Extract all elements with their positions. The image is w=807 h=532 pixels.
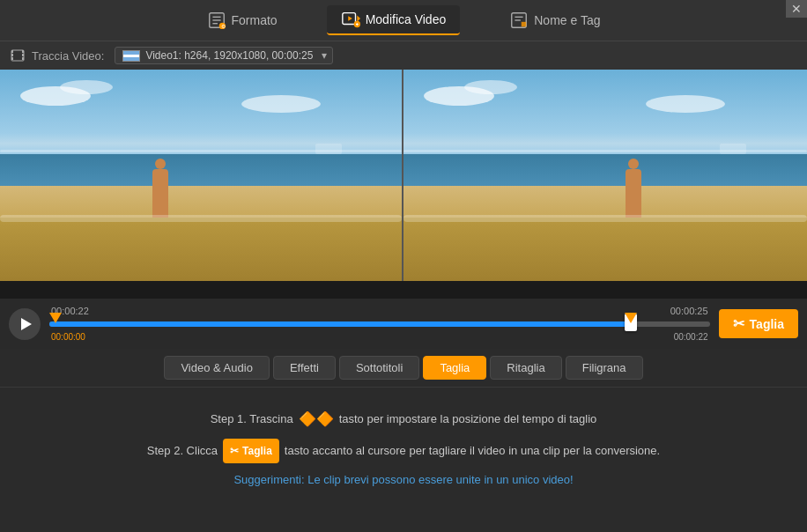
track-video-info: Video1: h264, 1920x1080, 00:00:25 xyxy=(145,49,313,62)
svg-marker-7 xyxy=(357,15,360,21)
tab-modifica-video[interactable]: Modifica Video xyxy=(327,5,461,35)
time-end-label: 00:00:25 xyxy=(670,306,708,316)
subtab-video-audio[interactable]: Video & Audio xyxy=(164,356,269,380)
inline-scissors-icon: ✂ xyxy=(230,440,239,462)
tab-formato[interactable]: ⚙ Formato xyxy=(193,6,292,34)
modifica-video-icon xyxy=(341,10,360,29)
scrubber-fill xyxy=(49,321,631,327)
nome-tag-icon xyxy=(509,11,529,30)
step1-prefix: Step 1. Trascina xyxy=(211,408,293,431)
cut-marker-right-time: 00:00:22 xyxy=(674,332,708,342)
track-bar: Traccia Video: Video1: h264, 1920x1080, … xyxy=(0,41,807,70)
instructions-panel: Step 1. Trascina 🔶🔶 tasto per impostare … xyxy=(0,388,807,509)
cut-marker-left-time: 00:00:00 xyxy=(51,332,85,342)
drag-icons: 🔶🔶 xyxy=(299,405,334,433)
svg-rect-16 xyxy=(11,50,24,61)
close-button[interactable]: ✕ xyxy=(786,0,807,18)
left-cut-marker[interactable] xyxy=(49,313,62,323)
video-track-icon xyxy=(11,48,25,63)
tab-nome-tag-label: Nome e Tag xyxy=(534,13,600,27)
preview-section: Originale Anteprima xyxy=(0,70,807,299)
right-cut-marker[interactable] xyxy=(625,313,637,323)
beach-scene-left xyxy=(0,70,402,281)
svg-text:⚙: ⚙ xyxy=(220,24,225,29)
subtab-ritaglia[interactable]: Ritaglia xyxy=(490,356,561,380)
close-icon: ✕ xyxy=(791,2,802,16)
step1: Step 1. Trascina 🔶🔶 tasto per impostare … xyxy=(35,405,772,433)
beach-scene-right xyxy=(404,70,807,281)
header-tabs: ⚙ Formato Modifica Video Nome e Tag xyxy=(0,0,807,41)
video-panel-left xyxy=(0,70,404,281)
taglia-button[interactable]: ✂ Taglia xyxy=(719,309,798,338)
svg-rect-21 xyxy=(22,54,24,56)
scissors-icon: ✂ xyxy=(733,315,744,332)
formato-icon: ⚙ xyxy=(207,11,226,30)
subtab-effetti[interactable]: Effetti xyxy=(273,356,336,380)
svg-rect-20 xyxy=(22,50,24,53)
tab-modifica-video-label: Modifica Video xyxy=(366,12,447,26)
cut-markers: 00:00:00 00:00:22 xyxy=(49,332,710,342)
video-panel-right xyxy=(404,70,807,281)
tab-formato-label: Formato xyxy=(232,13,278,27)
svg-marker-8 xyxy=(348,16,352,20)
suggestion-text: Suggerimenti: Le clip brevi possono esse… xyxy=(35,469,772,491)
flag-icon xyxy=(122,50,140,62)
subtab-filigrana[interactable]: Filigrana xyxy=(566,356,643,380)
figure-silhouette xyxy=(152,169,168,218)
play-button[interactable] xyxy=(9,308,41,340)
track-select[interactable]: Video1: h264, 1920x1080, 00:00:25 ▾ xyxy=(115,47,333,64)
subtabs: Video & Audio Effetti Sottotitoli Taglia… xyxy=(0,349,807,388)
svg-rect-18 xyxy=(11,54,13,56)
svg-rect-22 xyxy=(22,57,24,60)
step2-prefix: Step 2. Clicca xyxy=(147,440,218,462)
step2: Step 2. Clicca ✂ Taglia tasto accanto al… xyxy=(35,439,772,463)
tab-nome-tag[interactable]: Nome e Tag xyxy=(495,6,614,34)
timeline-section: 00:00:22 00:00:25 00:00:00 00:00:22 ✂ Ta… xyxy=(0,299,807,349)
step1-suffix: tasto per impostare la posizione del tem… xyxy=(339,408,597,431)
svg-rect-19 xyxy=(11,57,13,60)
inline-taglia: ✂ Taglia xyxy=(223,439,279,463)
taglia-button-label: Taglia xyxy=(750,317,784,331)
timeline-wrapper: 00:00:22 00:00:25 00:00:00 00:00:22 xyxy=(49,306,710,342)
step2-suffix: tasto accanto al cursore per tagliare il… xyxy=(285,440,660,462)
track-bar-label: Traccia Video: xyxy=(32,49,104,63)
inline-taglia-label: Taglia xyxy=(242,440,272,462)
subtab-taglia[interactable]: Taglia xyxy=(423,356,486,380)
svg-marker-15 xyxy=(522,22,527,27)
time-labels: 00:00:22 00:00:25 xyxy=(49,306,710,316)
subtab-sottotitoli[interactable]: Sottotitoli xyxy=(339,356,419,380)
figure-silhouette-right xyxy=(626,169,641,218)
scrubber-track[interactable] xyxy=(49,320,710,329)
chevron-down-icon: ▾ xyxy=(322,49,327,62)
svg-rect-17 xyxy=(11,50,13,53)
